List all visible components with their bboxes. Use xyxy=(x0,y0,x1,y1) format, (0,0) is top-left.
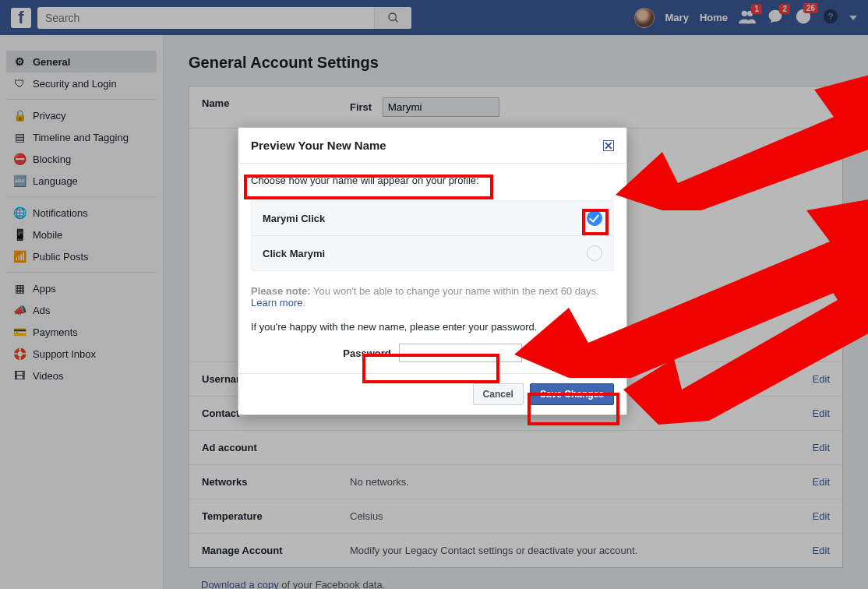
password-input[interactable] xyxy=(399,344,522,362)
name-options: Marymi Click Click Marymi xyxy=(251,200,614,271)
password-label: Password xyxy=(343,347,390,359)
learn-more-link[interactable]: Learn more xyxy=(251,297,302,309)
confirm-instruction-text: If you're happy with the new name, pleas… xyxy=(251,321,614,333)
choose-appearance-text: Choose how your name will appear on your… xyxy=(251,175,614,186)
close-icon[interactable]: ✕ xyxy=(603,140,614,151)
dialog-title: Preview Your New Name xyxy=(251,139,386,152)
name-option-2[interactable]: Click Marymi xyxy=(252,235,613,270)
name-option-1[interactable]: Marymi Click xyxy=(252,201,613,235)
option-label: Click Marymi xyxy=(263,248,325,259)
save-changes-button[interactable]: Save Changes xyxy=(530,383,614,405)
please-note-text: Please note: You won't be able to change… xyxy=(251,285,614,309)
radio-unchecked-icon[interactable] xyxy=(587,245,602,261)
option-label: Marymi Click xyxy=(263,213,325,224)
radio-checked-icon[interactable] xyxy=(587,210,602,226)
cancel-button[interactable]: Cancel xyxy=(473,383,524,405)
preview-name-dialog: Preview Your New Name ✕ Choose how your … xyxy=(238,127,627,415)
